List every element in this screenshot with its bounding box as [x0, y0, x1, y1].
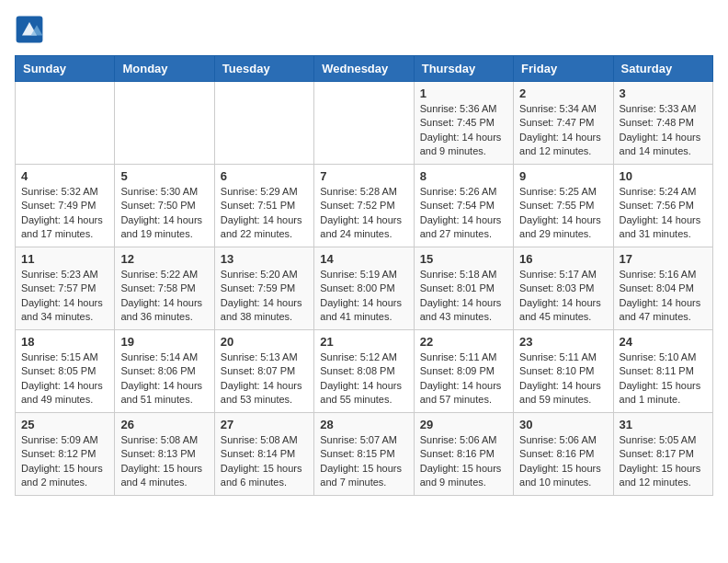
day-info: and 9 minutes.: [420, 476, 507, 489]
calendar-cell: 17Sunrise: 5:16 AMSunset: 8:04 PMDayligh…: [613, 247, 712, 330]
day-number: 8: [420, 169, 507, 183]
calendar-week-1: 1Sunrise: 5:36 AMSunset: 7:45 PMDaylight…: [16, 82, 713, 165]
day-info: Daylight: 15 hours: [221, 462, 308, 476]
day-info: and 41 minutes.: [320, 310, 407, 324]
header-day-sunday: Sunday: [16, 56, 115, 82]
day-info: Sunrise: 5:36 AM: [420, 102, 507, 116]
day-info: Sunset: 8:01 PM: [420, 282, 507, 295]
day-info: Sunset: 7:58 PM: [120, 282, 208, 295]
calendar-cell: 13Sunrise: 5:20 AMSunset: 7:59 PMDayligh…: [214, 247, 313, 330]
day-info: Sunset: 8:11 PM: [620, 364, 707, 378]
calendar-cell: 4Sunrise: 5:32 AMSunset: 7:49 PMDaylight…: [16, 165, 115, 247]
day-info: Daylight: 15 hours: [120, 462, 208, 476]
day-number: 30: [519, 418, 607, 431]
calendar-cell: 24Sunrise: 5:10 AMSunset: 8:11 PMDayligh…: [613, 330, 712, 413]
day-info: Sunrise: 5:12 AM: [320, 350, 407, 364]
calendar-cell: 16Sunrise: 5:17 AMSunset: 8:03 PMDayligh…: [514, 247, 613, 330]
day-number: 25: [21, 418, 108, 431]
day-info: and 9 minutes.: [420, 144, 507, 158]
calendar-cell: 15Sunrise: 5:18 AMSunset: 8:01 PMDayligh…: [414, 247, 513, 330]
day-info: Daylight: 15 hours: [620, 379, 707, 393]
day-info: and 7 minutes.: [320, 476, 407, 489]
day-info: Sunset: 8:14 PM: [221, 447, 308, 461]
day-number: 3: [620, 86, 707, 100]
calendar-cell: 28Sunrise: 5:07 AMSunset: 8:15 PMDayligh…: [314, 413, 414, 496]
day-info: Sunrise: 5:32 AM: [21, 185, 108, 199]
day-info: Sunset: 8:17 PM: [620, 447, 707, 461]
day-number: 2: [519, 86, 607, 100]
day-info: Sunrise: 5:15 AM: [21, 350, 108, 364]
day-info: and 10 minutes.: [519, 476, 607, 489]
day-number: 24: [620, 335, 707, 349]
calendar-week-4: 18Sunrise: 5:15 AMSunset: 8:05 PMDayligh…: [16, 330, 713, 413]
day-info: Sunrise: 5:08 AM: [120, 433, 208, 447]
calendar-cell: 11Sunrise: 5:23 AMSunset: 7:57 PMDayligh…: [16, 247, 115, 330]
day-info: Daylight: 14 hours: [519, 131, 607, 144]
day-number: 22: [420, 335, 507, 349]
calendar-cell: [314, 82, 414, 165]
day-info: and 12 minutes.: [519, 144, 607, 158]
calendar-cell: 18Sunrise: 5:15 AMSunset: 8:05 PMDayligh…: [16, 330, 115, 413]
logo-icon: [15, 15, 44, 44]
day-info: Daylight: 15 hours: [620, 462, 707, 476]
header-row: SundayMondayTuesdayWednesdayThursdayFrid…: [16, 56, 713, 82]
calendar-cell: 30Sunrise: 5:06 AMSunset: 8:16 PMDayligh…: [514, 413, 613, 496]
calendar-cell: 10Sunrise: 5:24 AMSunset: 7:56 PMDayligh…: [613, 165, 712, 247]
day-info: Daylight: 14 hours: [519, 296, 607, 310]
day-info: Daylight: 14 hours: [420, 296, 507, 310]
calendar-week-2: 4Sunrise: 5:32 AMSunset: 7:49 PMDaylight…: [16, 165, 713, 247]
day-info: Sunrise: 5:13 AM: [221, 350, 308, 364]
day-info: Daylight: 14 hours: [120, 296, 208, 310]
day-info: and 22 minutes.: [221, 227, 308, 241]
calendar-cell: 6Sunrise: 5:29 AMSunset: 7:51 PMDaylight…: [214, 165, 313, 247]
day-number: 23: [519, 335, 607, 349]
day-info: Daylight: 14 hours: [221, 213, 308, 227]
day-number: 27: [221, 418, 308, 431]
day-info: Sunset: 7:56 PM: [620, 199, 707, 213]
day-info: and 36 minutes.: [120, 310, 208, 324]
calendar-cell: 8Sunrise: 5:26 AMSunset: 7:54 PMDaylight…: [414, 165, 513, 247]
day-info: Sunrise: 5:29 AM: [221, 185, 308, 199]
calendar-week-3: 11Sunrise: 5:23 AMSunset: 7:57 PMDayligh…: [16, 247, 713, 330]
day-info: Sunset: 8:16 PM: [519, 447, 607, 461]
day-info: Daylight: 14 hours: [320, 296, 407, 310]
day-info: Sunrise: 5:26 AM: [420, 185, 507, 199]
day-info: and 12 minutes.: [620, 476, 707, 489]
day-info: Daylight: 14 hours: [519, 213, 607, 227]
day-number: 31: [620, 418, 707, 431]
day-info: Daylight: 14 hours: [221, 379, 308, 393]
day-info: and 51 minutes.: [120, 393, 208, 407]
calendar-header: SundayMondayTuesdayWednesdayThursdayFrid…: [16, 56, 713, 82]
day-info: and 31 minutes.: [620, 227, 707, 241]
day-info: Sunset: 7:55 PM: [519, 199, 607, 213]
day-info: Sunset: 7:50 PM: [120, 199, 208, 213]
header-day-friday: Friday: [514, 56, 613, 82]
day-info: Sunset: 7:47 PM: [519, 116, 607, 130]
day-info: Sunrise: 5:28 AM: [320, 185, 407, 199]
day-number: 13: [221, 252, 308, 266]
day-info: Daylight: 14 hours: [620, 131, 707, 144]
calendar-cell: 25Sunrise: 5:09 AMSunset: 8:12 PMDayligh…: [16, 413, 115, 496]
day-info: Sunrise: 5:07 AM: [320, 433, 407, 447]
day-info: Sunrise: 5:19 AM: [320, 268, 407, 282]
day-info: Sunset: 7:54 PM: [420, 199, 507, 213]
day-info: Daylight: 14 hours: [420, 379, 507, 393]
day-info: Sunrise: 5:24 AM: [620, 185, 707, 199]
day-info: and 59 minutes.: [519, 393, 607, 407]
day-info: and 14 minutes.: [620, 144, 707, 158]
day-number: 9: [519, 169, 607, 183]
day-info: Daylight: 15 hours: [320, 462, 407, 476]
calendar-cell: 31Sunrise: 5:05 AMSunset: 8:17 PMDayligh…: [613, 413, 712, 496]
day-info: Sunset: 7:52 PM: [320, 199, 407, 213]
day-number: 4: [21, 169, 108, 183]
day-info: Sunset: 8:00 PM: [320, 282, 407, 295]
calendar-cell: 21Sunrise: 5:12 AMSunset: 8:08 PMDayligh…: [314, 330, 414, 413]
logo: [15, 15, 50, 44]
day-info: Sunrise: 5:33 AM: [620, 102, 707, 116]
day-number: 16: [519, 252, 607, 266]
calendar-cell: 9Sunrise: 5:25 AMSunset: 7:55 PMDaylight…: [514, 165, 613, 247]
day-info: Sunrise: 5:11 AM: [420, 350, 507, 364]
day-info: and 27 minutes.: [420, 227, 507, 241]
day-info: Sunrise: 5:30 AM: [120, 185, 208, 199]
day-info: Sunrise: 5:14 AM: [120, 350, 208, 364]
